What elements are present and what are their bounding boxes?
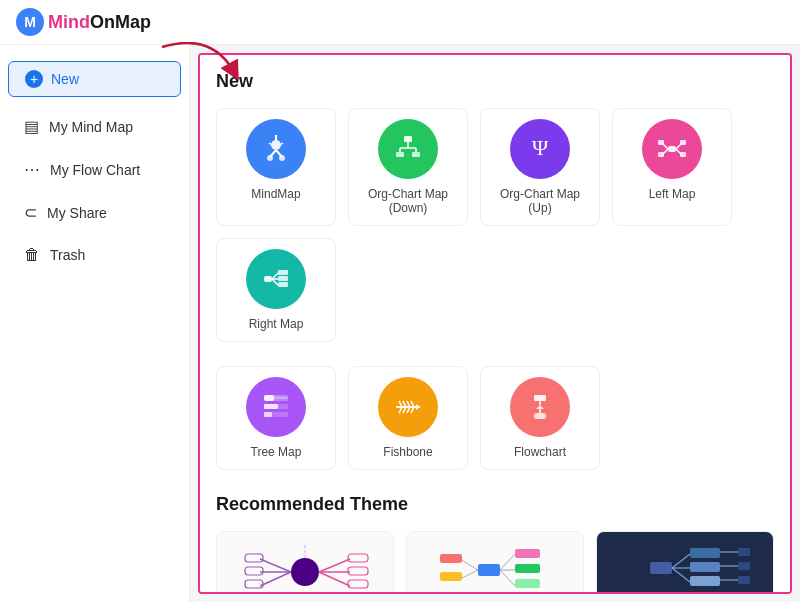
sidebar-item-label-share: My Share (47, 205, 107, 221)
svg-rect-82 (650, 562, 672, 574)
svg-rect-93 (738, 562, 750, 570)
sidebar-item-my-share[interactable]: ⊂ My Share (8, 193, 181, 232)
mind-map-icon: ▤ (24, 117, 39, 136)
svg-rect-29 (278, 282, 288, 287)
svg-rect-23 (264, 276, 272, 282)
template-grid-row2: Tree Map (216, 366, 774, 470)
svg-rect-51 (534, 413, 546, 419)
svg-rect-21 (680, 140, 686, 145)
theme-svg-2 (420, 534, 570, 595)
main-layout: + New ▤ My Mind Map ⋯ My Flow Chart ⊂ My… (0, 45, 800, 602)
template-fishbone[interactable]: Fishbone (348, 366, 468, 470)
template-left-map[interactable]: Left Map (612, 108, 732, 226)
logo-text: MindOnMap (48, 12, 151, 33)
theme-item-3[interactable] (596, 531, 774, 594)
svg-rect-34 (264, 404, 278, 409)
svg-line-61 (319, 572, 350, 586)
left-map-label: Left Map (649, 187, 696, 201)
svg-line-85 (672, 568, 690, 582)
svg-rect-86 (690, 548, 720, 558)
svg-rect-88 (690, 576, 720, 586)
svg-rect-92 (738, 548, 750, 556)
svg-rect-68 (478, 564, 500, 576)
mindmap-icon (246, 119, 306, 179)
svg-point-52 (291, 558, 319, 586)
template-org-chart-up[interactable]: Ψ Org-Chart Map (Up) (480, 108, 600, 226)
trash-icon: 🗑 (24, 246, 40, 264)
svg-line-59 (319, 559, 350, 572)
logo: M MindOnMap (16, 8, 151, 36)
recommended-section-title: Recommended Theme (216, 494, 774, 515)
svg-point-0 (271, 140, 281, 150)
tree-map-label: Tree Map (251, 445, 302, 459)
svg-rect-6 (404, 136, 412, 142)
new-button-label: New (51, 71, 79, 87)
sidebar-item-my-flow-chart[interactable]: ⋯ My Flow Chart (8, 150, 181, 189)
svg-rect-63 (348, 567, 368, 575)
svg-rect-64 (348, 580, 368, 588)
svg-rect-27 (278, 270, 288, 275)
svg-rect-47 (534, 395, 546, 401)
svg-rect-78 (440, 572, 462, 581)
theme-item-2[interactable] (406, 531, 584, 594)
svg-line-26 (272, 279, 278, 285)
svg-text:Ψ: Ψ (532, 135, 549, 160)
svg-line-75 (460, 559, 478, 570)
svg-line-24 (272, 273, 278, 279)
svg-rect-72 (515, 549, 540, 558)
fishbone-label: Fishbone (383, 445, 432, 459)
svg-line-53 (260, 559, 291, 572)
svg-line-71 (500, 570, 515, 586)
svg-rect-31 (264, 395, 274, 401)
svg-rect-94 (738, 576, 750, 584)
svg-rect-19 (658, 140, 664, 145)
template-flowchart[interactable]: Flowchart (480, 366, 600, 470)
svg-rect-58 (245, 580, 263, 588)
org-down-label: Org-Chart Map(Down) (368, 187, 448, 215)
svg-rect-14 (668, 146, 676, 152)
right-map-label: Right Map (249, 317, 304, 331)
flowchart-icon (510, 377, 570, 437)
svg-rect-36 (264, 412, 272, 417)
svg-rect-56 (245, 554, 263, 562)
flowchart-label: Flowchart (514, 445, 566, 459)
sidebar-item-label-mind-map: My Mind Map (49, 119, 133, 135)
svg-rect-11 (396, 152, 404, 157)
template-tree-map[interactable]: Tree Map (216, 366, 336, 470)
logo-icon: M (16, 8, 44, 36)
share-icon: ⊂ (24, 203, 37, 222)
mindmap-label: MindMap (251, 187, 300, 201)
theme-svg-3 (610, 534, 760, 595)
svg-rect-73 (515, 564, 540, 573)
svg-point-4 (267, 155, 273, 161)
org-down-icon (378, 119, 438, 179)
theme-svg-1 (230, 534, 380, 595)
svg-point-5 (279, 155, 285, 161)
tree-map-icon (246, 377, 306, 437)
svg-rect-77 (440, 554, 462, 563)
new-section-title: New (216, 71, 774, 92)
fishbone-icon (378, 377, 438, 437)
sidebar-item-trash[interactable]: 🗑 Trash (8, 236, 181, 274)
header: M MindOnMap (0, 0, 800, 45)
svg-rect-57 (245, 567, 263, 575)
org-up-label: Org-Chart Map (Up) (491, 187, 589, 215)
svg-marker-49 (536, 405, 544, 409)
theme-grid-row1 (216, 531, 774, 594)
svg-line-69 (500, 554, 515, 570)
svg-rect-20 (658, 152, 664, 157)
plus-icon: + (25, 70, 43, 88)
svg-line-83 (672, 554, 690, 568)
template-org-chart-down[interactable]: Org-Chart Map(Down) (348, 108, 468, 226)
template-right-map[interactable]: Right Map (216, 238, 336, 342)
sidebar-item-label-flow-chart: My Flow Chart (50, 162, 140, 178)
theme-item-1[interactable] (216, 531, 394, 594)
new-button[interactable]: + New (8, 61, 181, 97)
svg-rect-62 (348, 554, 368, 562)
svg-rect-22 (680, 152, 686, 157)
template-mindmap[interactable]: MindMap (216, 108, 336, 226)
sidebar-item-my-mind-map[interactable]: ▤ My Mind Map (8, 107, 181, 146)
flow-chart-icon: ⋯ (24, 160, 40, 179)
template-grid-row1: MindMap Org-Chart Map(Down) (216, 108, 774, 342)
svg-rect-28 (278, 276, 288, 281)
